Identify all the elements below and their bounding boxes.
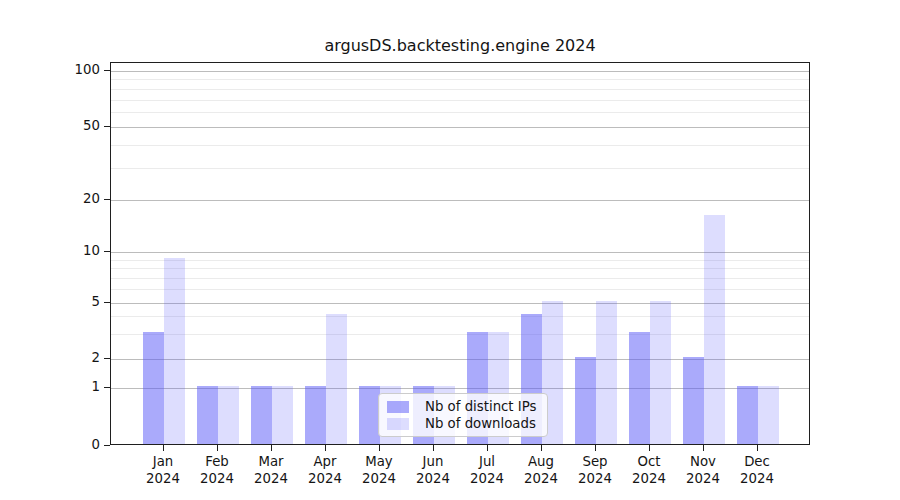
gridline-major-20	[111, 200, 809, 201]
bar-nb-of-distinct-ips-dec-2024	[737, 386, 758, 444]
x-tick-mark-9	[595, 445, 596, 451]
y-tick-label-1: 1	[40, 379, 100, 395]
y-tick-mark-5	[104, 302, 110, 303]
x-tick-mark-4	[325, 445, 326, 451]
gridline-major-50	[111, 127, 809, 128]
y-tick-label-10: 10	[40, 243, 100, 259]
bar-nb-of-distinct-ips-sep-2024	[575, 357, 596, 444]
y-tick-mark-100	[104, 70, 110, 71]
bar-nb-of-downloads-nov-2024	[704, 215, 725, 444]
legend-swatch-icon	[387, 418, 409, 430]
bar-nb-of-downloads-dec-2024	[758, 386, 779, 444]
y-tick-label-2: 2	[40, 350, 100, 366]
y-tick-mark-20	[104, 199, 110, 200]
bar-nb-of-distinct-ips-nov-2024	[683, 357, 704, 444]
bar-nb-of-distinct-ips-may-2024	[359, 386, 380, 444]
y-tick-label-100: 100	[40, 62, 100, 78]
y-tick-label-50: 50	[40, 118, 100, 134]
bar-nb-of-distinct-ips-jan-2024	[143, 332, 164, 444]
bar-nb-of-downloads-sep-2024	[596, 301, 617, 444]
x-tick-mark-2	[217, 445, 218, 451]
y-tick-mark-2	[104, 358, 110, 359]
bar-nb-of-downloads-feb-2024	[218, 386, 239, 444]
gridline-minor-30	[111, 168, 809, 169]
y-tick-mark-10	[104, 251, 110, 252]
gridline-minor-70	[111, 100, 809, 101]
bar-nb-of-distinct-ips-feb-2024	[197, 386, 218, 444]
y-tick-label-20: 20	[40, 191, 100, 207]
x-tick-label-12: Dec2024	[717, 453, 797, 487]
bar-nb-of-distinct-ips-mar-2024	[251, 386, 272, 444]
legend: Nb of distinct IPsNb of downloads	[378, 393, 548, 437]
y-tick-label-0: 0	[40, 437, 100, 453]
legend-label: Nb of distinct IPs	[425, 399, 536, 415]
bar-nb-of-downloads-mar-2024	[272, 386, 293, 444]
chart-title: argusDS.backtesting.engine 2024	[110, 36, 810, 55]
x-tick-mark-3	[271, 445, 272, 451]
bar-nb-of-downloads-jan-2024	[164, 258, 185, 444]
y-tick-mark-50	[104, 126, 110, 127]
x-tick-mark-11	[703, 445, 704, 451]
x-tick-mark-1	[163, 445, 164, 451]
gridline-minor-80	[111, 89, 809, 90]
y-tick-label-5: 5	[40, 294, 100, 310]
gridline-minor-40	[111, 145, 809, 146]
legend-label: Nb of downloads	[425, 416, 536, 432]
y-tick-mark-1	[104, 387, 110, 388]
bar-nb-of-distinct-ips-oct-2024	[629, 332, 650, 444]
legend-row-nb-of-downloads: Nb of downloads	[387, 415, 541, 432]
gridline-minor-60	[111, 112, 809, 113]
plot-area: Nb of distinct IPsNb of downloads	[110, 62, 810, 445]
legend-swatch-icon	[387, 401, 409, 413]
gridline-major-100	[111, 71, 809, 72]
x-tick-mark-10	[649, 445, 650, 451]
y-tick-mark-0	[104, 445, 110, 446]
bar-nb-of-downloads-apr-2024	[326, 314, 347, 444]
legend-row-nb-of-distinct-ips: Nb of distinct IPs	[387, 398, 541, 415]
x-tick-mark-6	[433, 445, 434, 451]
bar-nb-of-downloads-oct-2024	[650, 301, 671, 444]
gridline-minor-90	[111, 79, 809, 80]
x-tick-mark-5	[379, 445, 380, 451]
x-tick-mark-12	[757, 445, 758, 451]
bar-nb-of-distinct-ips-apr-2024	[305, 386, 326, 444]
figure: argusDS.backtesting.engine 2024 Nb of di…	[0, 0, 900, 500]
x-tick-mark-8	[541, 445, 542, 451]
x-tick-mark-7	[487, 445, 488, 451]
